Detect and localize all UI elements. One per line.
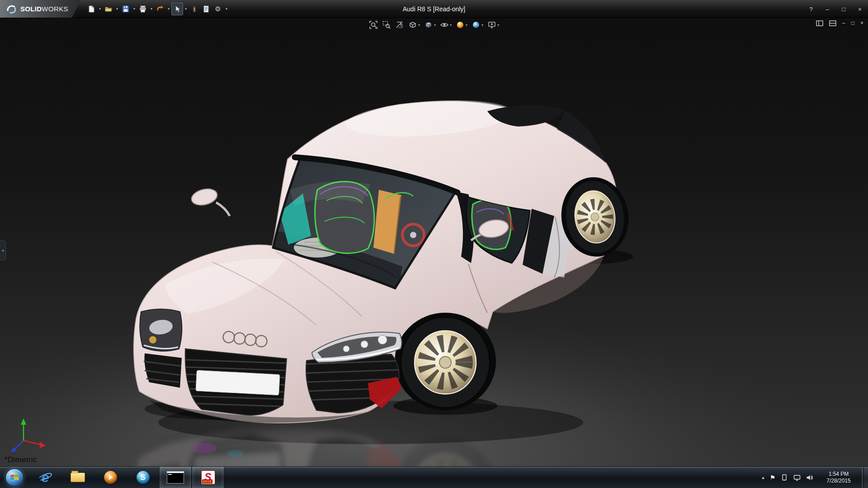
view-settings-dropdown[interactable]: ▾ <box>497 23 499 27</box>
close-button[interactable]: × <box>856 6 863 13</box>
document-window-controls: – □ × <box>816 20 863 26</box>
file-properties-icon <box>202 5 210 13</box>
section-view-button[interactable] <box>394 20 405 30</box>
skype-button[interactable]: S <box>127 467 159 488</box>
volume-icon[interactable] <box>806 474 813 481</box>
apply-scene-button[interactable]: ▾ <box>471 20 484 30</box>
solidworks-logo-icon <box>5 3 17 15</box>
main-toolbar: ▾ ▾ ▾ ▾ ▾ ▾ <box>85 3 229 15</box>
brand-text-light: WORKS <box>42 5 68 13</box>
media-player-button[interactable] <box>94 467 127 488</box>
license-plate <box>196 370 280 395</box>
brand-text-bold: SOLID <box>20 5 42 13</box>
section-view-icon <box>395 20 404 29</box>
viewport-canvas[interactable] <box>0 0 868 488</box>
options-button[interactable]: ⚙ <box>212 3 224 15</box>
select-tool-dropdown[interactable]: ▾ <box>183 3 189 15</box>
show-desktop-button[interactable] <box>862 467 868 488</box>
save-icon <box>122 5 130 13</box>
display-pane-icon[interactable] <box>829 20 836 26</box>
undo-button[interactable] <box>154 3 166 15</box>
skype-icon: S <box>137 471 150 484</box>
new-document-icon <box>87 5 95 13</box>
save-button[interactable] <box>120 3 132 15</box>
eye-icon <box>440 20 449 29</box>
display-style-button[interactable]: ▾ <box>423 20 437 30</box>
zoom-fit-icon <box>369 20 378 29</box>
maximize-button[interactable]: □ <box>840 6 847 13</box>
file-properties-button[interactable] <box>200 3 212 15</box>
hide-show-items-button[interactable]: ▾ <box>439 20 453 30</box>
solidworks-brand: SOLIDWORKS <box>0 0 81 18</box>
zoom-fit-button[interactable] <box>368 20 379 30</box>
device-icon[interactable] <box>781 474 788 481</box>
new-document-dropdown[interactable]: ▾ <box>97 3 103 15</box>
apply-scene-dropdown[interactable]: ▾ <box>481 23 483 27</box>
windows-start-orb-icon <box>5 469 24 487</box>
solidworks-version-badge: 2015 <box>202 479 212 483</box>
command-prompt-window-icon <box>167 471 184 483</box>
hide-show-items-dropdown[interactable]: ▾ <box>450 23 452 27</box>
rebuild-icon <box>190 5 198 13</box>
panel-collapse-tab[interactable]: ◂ <box>0 240 6 260</box>
options-dropdown[interactable]: ▾ <box>224 3 229 15</box>
select-tool-button[interactable] <box>171 3 183 15</box>
heads-up-view-toolbar: ▾ ▾ ▾ ▾ ▾ ▾ <box>368 20 500 30</box>
windows-explorer-button[interactable] <box>61 467 94 488</box>
print-icon <box>139 5 147 13</box>
undo-icon <box>156 5 164 13</box>
minimize-button[interactable]: – <box>824 6 831 13</box>
doc-minimize-button[interactable]: – <box>842 20 845 26</box>
windows-flag-icon <box>10 474 19 482</box>
open-button[interactable] <box>103 3 114 15</box>
view-orientation-button[interactable]: ▾ <box>407 20 421 30</box>
window-controls: ? – □ × <box>807 0 863 18</box>
rebuild-button[interactable] <box>189 3 200 15</box>
tray-date: 7/28/2015 <box>819 478 859 484</box>
edit-appearance-button[interactable]: ▾ <box>455 20 468 30</box>
system-tray: ▴ ⚑ 1:54 PM 7/28/2015 <box>762 467 860 488</box>
open-dropdown[interactable]: ▾ <box>114 3 120 15</box>
display-network-icon[interactable] <box>793 474 801 481</box>
display-style-icon <box>424 20 433 29</box>
taskbar: e S S 2015 ▴ ⚑ 1:5 <box>0 466 868 488</box>
help-button[interactable]: ? <box>807 6 815 13</box>
front-wheel <box>395 313 496 410</box>
view-orientation-icon <box>408 20 417 29</box>
display-style-dropdown[interactable]: ▾ <box>434 23 436 27</box>
feature-pane-icon[interactable] <box>816 20 823 26</box>
command-prompt-button[interactable] <box>159 467 192 488</box>
left-headlight <box>140 309 182 351</box>
view-settings-button[interactable]: ▾ <box>486 20 500 30</box>
tray-chevron-up-icon[interactable]: ▴ <box>762 475 764 480</box>
view-orientation-label: *Dimetric <box>5 455 37 465</box>
undo-dropdown[interactable]: ▾ <box>166 3 171 15</box>
action-center-flag-icon[interactable]: ⚑ <box>769 474 775 481</box>
solidworks-taskbar-button[interactable]: S 2015 <box>192 467 224 488</box>
appearance-ball-icon <box>456 20 465 29</box>
view-settings-icon <box>487 20 496 29</box>
internet-explorer-button[interactable]: e <box>29 467 61 488</box>
collapse-arrow-icon: ◂ <box>2 248 4 253</box>
scene-ball-icon <box>472 20 481 29</box>
edit-appearance-dropdown[interactable]: ▾ <box>466 23 467 27</box>
new-document-button[interactable] <box>85 3 97 15</box>
doc-restore-button[interactable]: □ <box>851 20 854 26</box>
media-player-icon <box>104 471 117 484</box>
select-cursor-icon <box>173 5 181 13</box>
solidworks-app-icon: S 2015 <box>201 470 215 484</box>
save-dropdown[interactable]: ▾ <box>132 3 137 15</box>
print-dropdown[interactable]: ▾ <box>149 3 154 15</box>
internet-explorer-icon: e <box>38 470 53 485</box>
view-orientation-dropdown[interactable]: ▾ <box>418 23 420 27</box>
start-button[interactable] <box>0 467 29 488</box>
titlebar: SOLIDWORKS ▾ ▾ ▾ ▾ ▾ <box>0 0 868 18</box>
zoom-area-button[interactable] <box>381 20 392 30</box>
zoom-area-icon <box>382 20 391 29</box>
doc-close-button[interactable]: × <box>860 20 863 26</box>
print-button[interactable] <box>137 3 149 15</box>
tray-time: 1:54 PM <box>819 471 859 478</box>
tray-clock[interactable]: 1:54 PM 7/28/2015 <box>819 471 859 484</box>
solidworks-app-window: SOLIDWORKS ▾ ▾ ▾ ▾ ▾ <box>0 0 868 488</box>
folder-icon <box>71 473 85 482</box>
